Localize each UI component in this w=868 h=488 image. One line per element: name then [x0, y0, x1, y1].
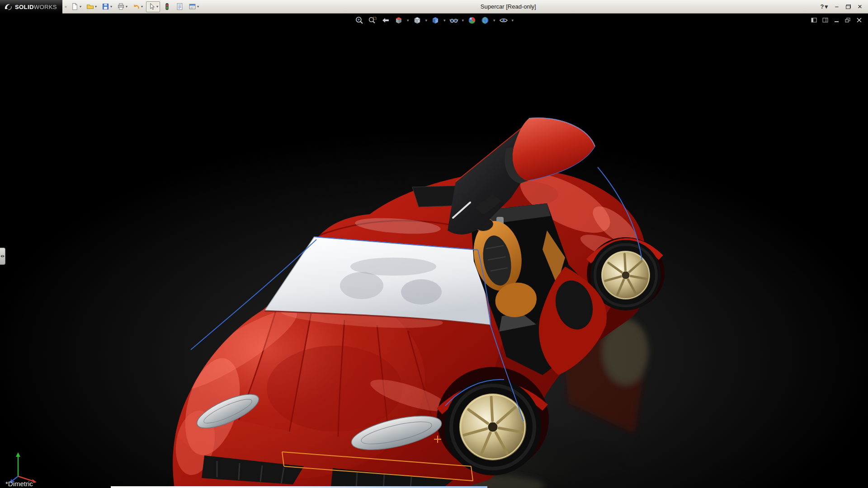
chevron-down-icon[interactable]: ▾	[462, 19, 464, 23]
help-label: ?	[821, 3, 824, 10]
document-window-controls	[811, 17, 863, 23]
split-pane-right-button[interactable]	[822, 17, 829, 23]
chevron-down-icon: ▾	[80, 5, 81, 9]
chevron-down-icon: ▾	[95, 5, 97, 9]
section-view-button[interactable]	[394, 15, 404, 25]
undo-arrow-icon	[132, 3, 140, 10]
view-settings-button[interactable]	[499, 15, 509, 25]
chevron-down-icon: ▾	[197, 5, 199, 9]
split-pane-left-icon	[811, 17, 817, 23]
new-document-button[interactable]: ▾	[69, 1, 83, 12]
brand-name-light: WORKS	[34, 4, 57, 10]
chevron-down-icon: ▾	[126, 5, 127, 9]
chevron-down-icon: ▾	[825, 3, 828, 10]
rebuild-traffic-light-icon	[163, 3, 171, 10]
save-floppy-icon	[102, 3, 109, 10]
collapse-right-arrow-icon	[3, 255, 5, 258]
select-button[interactable]: ▾	[146, 1, 160, 12]
window-title: Supercar [Read-only]	[201, 3, 816, 10]
minimize-window-button[interactable]: −	[833, 3, 840, 10]
quick-access-toolbar: ▾ ▾ ▾ ▾ ▾ ▾	[69, 1, 201, 12]
print-button[interactable]: ▾	[115, 1, 129, 12]
view-orientation-label: *Dimetric	[5, 480, 33, 488]
minimize-document-button[interactable]	[833, 17, 840, 23]
apply-scene-icon	[481, 16, 490, 25]
file-properties-icon	[176, 3, 184, 10]
open-folder-icon	[86, 3, 94, 10]
brand-name-bold: SOLID	[15, 4, 34, 10]
hide-show-items-button[interactable]	[449, 15, 459, 25]
split-pane-right-icon	[822, 17, 828, 23]
hide-show-items-icon	[449, 16, 458, 25]
solidworks-window: SOLIDWORKS » ▾ ▾ ▾ ▾ ▾	[0, 0, 868, 488]
new-document-icon	[71, 3, 79, 10]
windshield[interactable]	[264, 237, 491, 325]
save-button[interactable]: ▾	[100, 1, 114, 12]
restore-document-button[interactable]	[844, 17, 851, 23]
view-settings-icon	[499, 16, 508, 25]
taskbar-sliver	[111, 486, 487, 488]
print-icon	[117, 3, 125, 10]
chevron-down-icon: ▾	[156, 5, 158, 9]
window-controls: ? ▾ − ×	[816, 3, 868, 10]
minimize-document-icon	[834, 17, 840, 23]
chevron-down-icon: ▾	[110, 5, 112, 9]
zoom-to-fit-icon	[355, 16, 364, 25]
split-pane-left-button[interactable]	[811, 17, 817, 23]
zoom-to-area-button[interactable]	[368, 15, 377, 25]
titlebar: SOLIDWORKS » ▾ ▾ ▾ ▾ ▾	[0, 0, 868, 14]
chevron-down-icon[interactable]: ▾	[407, 19, 409, 23]
display-style-button[interactable]	[430, 15, 440, 25]
rebuild-button[interactable]	[161, 1, 173, 12]
file-properties-button[interactable]	[174, 1, 185, 12]
zoom-to-fit-button[interactable]	[354, 15, 364, 25]
zoom-to-area-icon	[368, 16, 377, 25]
chevron-down-icon[interactable]: ▾	[425, 19, 427, 23]
collapse-left-arrow-icon	[0, 255, 2, 258]
section-view-icon	[394, 16, 403, 25]
apply-scene-button[interactable]	[480, 15, 490, 25]
close-window-button[interactable]: ×	[856, 3, 863, 10]
toolbar-overflow-chevron[interactable]: »	[65, 5, 67, 9]
solidworks-logo: SOLIDWORKS	[0, 0, 62, 14]
edit-appearance-button[interactable]	[467, 15, 477, 25]
help-button[interactable]: ? ▾	[821, 3, 828, 10]
options-panel-icon	[189, 3, 196, 10]
y-axis-arrow	[16, 452, 20, 457]
graphics-area[interactable]: ▾ ▾ ▾ ▾ ▾ ▾	[0, 14, 868, 488]
close-document-button[interactable]	[856, 17, 863, 23]
restore-window-button[interactable]	[846, 5, 851, 9]
chevron-down-icon[interactable]: ▾	[493, 19, 495, 23]
view-orientation-button[interactable]	[412, 15, 422, 25]
dassault-systemes-logo-icon	[4, 3, 13, 11]
chevron-down-icon: ▾	[141, 5, 143, 9]
chevron-down-icon[interactable]: ▾	[512, 19, 514, 23]
previous-view-button[interactable]	[381, 15, 391, 25]
chevron-down-icon[interactable]: ▾	[443, 19, 446, 23]
display-style-icon	[431, 16, 440, 25]
select-cursor-icon	[148, 3, 156, 10]
view-orientation-icon	[412, 16, 421, 25]
car-model[interactable]	[0, 14, 868, 488]
heads-up-view-toolbar: ▾ ▾ ▾ ▾ ▾ ▾	[354, 15, 514, 25]
previous-view-icon	[381, 16, 390, 25]
options-button[interactable]: ▾	[187, 1, 201, 12]
close-document-icon	[856, 17, 862, 23]
undo-button[interactable]: ▾	[131, 1, 145, 12]
restore-document-icon	[845, 17, 851, 23]
open-button[interactable]: ▾	[85, 1, 99, 12]
edit-appearance-icon	[467, 16, 476, 25]
panel-collapse-handle[interactable]	[0, 248, 5, 265]
